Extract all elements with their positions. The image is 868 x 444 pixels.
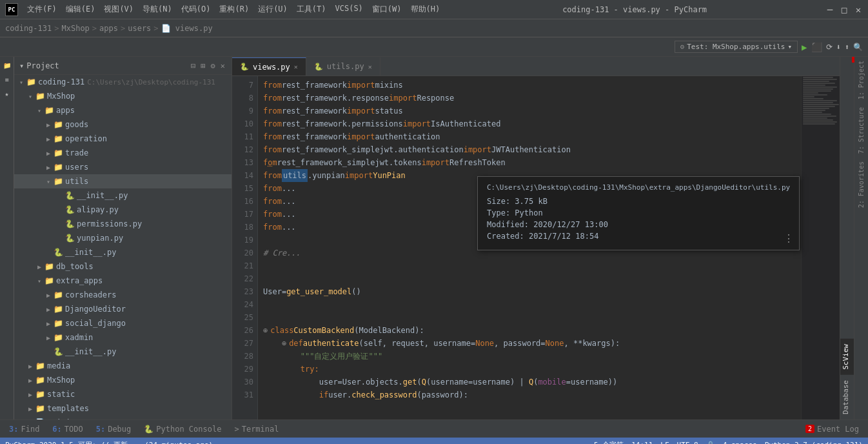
tab-bar: 🐍 views.py ✕ 🐍 utils.py ✕ [232, 57, 840, 76]
project-close-icon[interactable]: ✕ [219, 60, 226, 72]
tab-utils-py[interactable]: 🐍 utils.py ✕ [306, 57, 380, 76]
project-tree: ▾ 📁 coding-131 C:\Users\zj\Desktop\codin… [14, 75, 232, 419]
tab-python-console[interactable]: 🐍 Python Console [137, 422, 228, 436]
terminal-icon: > [234, 425, 239, 434]
tree-item-mxshop[interactable]: ▾ 📁 MxShop [14, 89, 232, 103]
tree-item-goods[interactable]: ▶ 📁 goods [14, 117, 232, 132]
run-config-label: Test: MxShop.apps.utils [687, 43, 785, 51]
update-button[interactable]: ⬆ [845, 43, 849, 52]
tree-item-utils-init[interactable]: 🐍 __init__.py [14, 188, 232, 203]
collapse-all-icon[interactable]: ⊟ [190, 60, 197, 72]
tree-item-permissions[interactable]: 🐍 permissions.py [14, 217, 232, 231]
tree-item-yunpian[interactable]: 🐍 yunpian.py [14, 231, 232, 245]
tree-item-utils[interactable]: ▾ 📁 utils [14, 174, 232, 188]
minimize-button[interactable]: ─ [825, 5, 834, 14]
menu-item[interactable]: 视图(V) [100, 3, 137, 16]
tree-item-users[interactable]: ▶ 📁 users [14, 160, 232, 174]
tree-item-label: __init__.py [65, 347, 116, 356]
tree-item-templates[interactable]: ▶ 📁 templates [14, 401, 232, 416]
coverage-button[interactable]: ⟳ [826, 43, 833, 52]
tooltip-size-label: Size: [487, 197, 510, 206]
status-indent: 4 spaces [723, 441, 757, 445]
code-line-9: from rest_framework import status [263, 105, 796, 117]
project-dropdown-icon: ▾ [19, 61, 24, 70]
menu-item[interactable]: 运行(U) [254, 3, 291, 16]
tab-todo[interactable]: 6: TODO [46, 422, 89, 436]
tab-label: Python Console [156, 425, 221, 434]
breadcrumb-file[interactable]: 📄 views.py [161, 24, 213, 33]
code-line-13: fom rest_framework_simplejwt.tokens impo… [263, 156, 796, 169]
code-line-7: from rest_framework import mixins [263, 79, 796, 92]
tab-terminal[interactable]: > Terminal [228, 422, 285, 436]
tab-close-button[interactable]: ✕ [294, 63, 298, 70]
tab-find[interactable]: 3: Find [3, 422, 46, 436]
tab-event-log[interactable]: 2 Event Log [799, 422, 865, 436]
menu-item[interactable]: 重构(R) [215, 3, 253, 16]
tree-item-mxshop2[interactable]: ▶ 📁 MxShop [14, 373, 232, 387]
tree-item-label: db_tools [56, 262, 94, 271]
activity-structure-icon[interactable]: ≡ [1, 74, 13, 85]
maximize-button[interactable]: □ [840, 5, 849, 14]
menu-item[interactable]: 工具(T) [293, 3, 330, 16]
favorites-label-2[interactable]: 7: Structure [856, 103, 866, 157]
breadcrumb-part[interactable]: coding-131 [5, 24, 52, 33]
activity-favorites-icon[interactable]: ★ [1, 88, 13, 99]
tree-item-corsheaders[interactable]: ▶ 📁 corsheaders [14, 288, 232, 302]
tree-item-label: DjangoUeditor [65, 305, 126, 314]
tree-item-db-tools[interactable]: ▶ 📁 db_tools [14, 259, 232, 274]
status-python: Python 3.7 (coding-131) [765, 441, 863, 445]
tree-item-gitignore[interactable]: 📄 .gitignore [14, 416, 232, 419]
tab-close-button[interactable]: ✕ [368, 63, 372, 70]
tree-item-apps[interactable]: ▾ 📁 apps [14, 103, 232, 117]
tree-item-media[interactable]: ▶ 📁 media [14, 359, 232, 373]
menu-item[interactable]: 代码(O) [177, 3, 215, 16]
window-controls[interactable]: ─ □ ✕ [825, 5, 863, 14]
run-button[interactable]: ▶ [802, 42, 807, 52]
activity-project-icon[interactable]: 📁 [1, 59, 13, 71]
tab-label: views.py [253, 63, 290, 72]
search-everywhere-button[interactable]: 🔍 [853, 43, 863, 52]
tab-debug[interactable]: 5: Debug [90, 422, 138, 436]
sidebar-tab-database[interactable]: Database [840, 375, 854, 419]
build-button[interactable]: ⬛ [811, 42, 822, 52]
project-header-icons: ⊟ ⊞ ⚙ ✕ [190, 60, 226, 72]
tree-item-trade[interactable]: ▶ 📁 trade [14, 146, 232, 160]
menu-item[interactable]: 窗口(W) [368, 3, 406, 16]
run-config-selector[interactable]: ⚙ Test: MxShop.apps.utils ▾ [675, 41, 798, 53]
menu-item[interactable]: 文件(F) [23, 3, 61, 16]
tree-item-label: MxShop [47, 376, 75, 385]
tree-item-label: .gitignore [47, 418, 94, 419]
favorites-label-1[interactable]: 1: Project [856, 57, 866, 103]
minimap [801, 76, 840, 419]
tree-item-static[interactable]: ▶ 📁 static [14, 387, 232, 401]
tree-item-root[interactable]: ▾ 📁 coding-131 C:\Users\zj\Desktop\codin… [14, 75, 232, 89]
close-button[interactable]: ✕ [854, 5, 863, 14]
breadcrumb-part[interactable]: apps [99, 24, 118, 33]
profile-button[interactable]: ⬇ [836, 43, 841, 52]
tree-item-label: permissions.py [77, 219, 142, 228]
breadcrumb-part[interactable]: users [128, 24, 151, 33]
menu-item[interactable]: VCS(S) [331, 3, 367, 16]
scroll-from-source-icon[interactable]: ⊞ [199, 60, 206, 72]
menu-item[interactable]: 导航(N) [139, 3, 176, 16]
window-title: coding-131 - views.py - PyCharm [562, 5, 707, 14]
tree-item-social-django[interactable]: ▶ 📁 social_django [14, 316, 232, 330]
menu-item[interactable]: 帮助(H) [407, 3, 444, 16]
status-chars: 5 个字符 [594, 440, 624, 445]
project-settings-icon[interactable]: ⚙ [210, 60, 217, 72]
breadcrumb-part[interactable]: MxShop [61, 24, 89, 33]
tree-item-operation[interactable]: ▶ 📁 operation [14, 132, 232, 146]
tree-item-extra-init[interactable]: 🐍 __init__.py [14, 345, 232, 359]
tree-item-django-ueditor[interactable]: ▶ 📁 DjangoUeditor [14, 302, 232, 316]
menu-item[interactable]: 编辑(E) [62, 3, 99, 16]
tab-views-py[interactable]: 🐍 views.py ✕ [232, 57, 306, 76]
tooltip-more-button[interactable]: ⋮ [784, 232, 794, 245]
tree-item-label: yunpian.py [77, 234, 123, 243]
sidebar-tab-scview[interactable]: ScView [840, 339, 854, 375]
tree-item-xadmin[interactable]: ▶ 📁 xadmin [14, 330, 232, 345]
tree-item-alipay[interactable]: 🐍 alipay.py [14, 203, 232, 217]
tree-item-apps-init[interactable]: 🐍 __init__.py [14, 245, 232, 259]
code-editor[interactable]: 7891011 1213141516 1718192021 2223242526… [232, 76, 840, 419]
favorites-label-3[interactable]: 2: Favorites [856, 157, 866, 212]
tree-item-extra-apps[interactable]: ▾ 📁 extra_apps [14, 274, 232, 288]
